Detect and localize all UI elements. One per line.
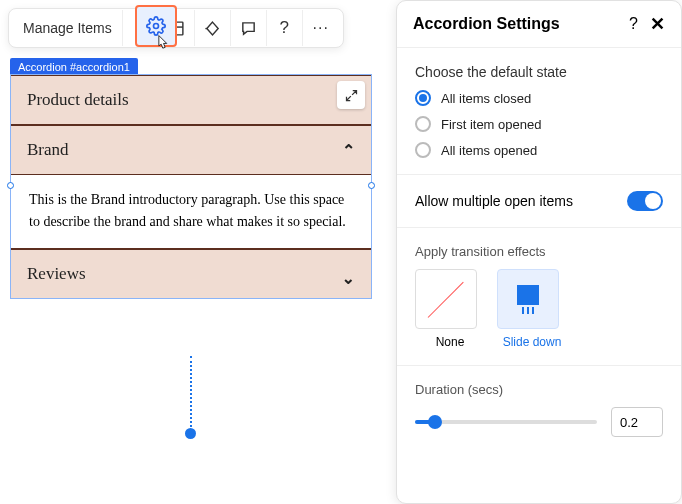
radio-icon: [415, 90, 431, 106]
settings-panel: Accordion Settings ? ✕ Choose the defaul…: [396, 0, 682, 504]
accordion-item-header[interactable]: Brand ⌃: [11, 125, 371, 175]
resize-handle-right[interactable]: [368, 182, 375, 189]
multi-open-label: Allow multiple open items: [415, 193, 573, 209]
radio-first-open[interactable]: First item opened: [415, 116, 663, 132]
radio-icon: [415, 142, 431, 158]
expand-icon: [344, 88, 359, 103]
duration-label: Duration (secs): [415, 382, 663, 397]
multi-open-toggle[interactable]: [627, 191, 663, 211]
chevron-up-icon: ⌃: [342, 141, 355, 160]
radio-label: All items closed: [441, 91, 531, 106]
default-state-label: Choose the default state: [415, 64, 663, 80]
radio-icon: [415, 116, 431, 132]
accordion-item-title: Reviews: [27, 264, 86, 284]
accordion-item-header[interactable]: Reviews ⌃: [11, 249, 371, 298]
expand-button[interactable]: [337, 81, 365, 109]
accordion-item-title: Product details: [27, 90, 129, 110]
panel-help-button[interactable]: ?: [629, 15, 638, 33]
panel-title: Accordion Settings: [413, 15, 560, 33]
radio-label: First item opened: [441, 117, 541, 132]
radio-label: All items opened: [441, 143, 537, 158]
chevron-down-icon: ⌃: [342, 268, 355, 287]
accordion-item-title: Brand: [27, 140, 69, 160]
effect-slide-down[interactable]: Slide down: [497, 269, 567, 349]
animation-button[interactable]: [195, 10, 231, 46]
gear-icon: [146, 16, 166, 36]
duration-slider[interactable]: [415, 420, 597, 424]
anchor-guide-line: [190, 356, 192, 431]
pointer-cursor-icon: [152, 34, 172, 56]
accordion-item-header[interactable]: Product details: [11, 75, 371, 125]
transition-label: Apply transition effects: [415, 244, 663, 259]
comment-button[interactable]: [231, 10, 267, 46]
panel-header: Accordion Settings ? ✕: [397, 1, 681, 48]
help-button[interactable]: ?: [267, 10, 303, 46]
close-button[interactable]: ✕: [650, 17, 665, 31]
none-icon: [426, 279, 466, 319]
svg-point-3: [205, 27, 207, 29]
effect-label: Slide down: [497, 335, 567, 349]
slider-knob[interactable]: [428, 415, 442, 429]
effect-none[interactable]: None: [415, 269, 485, 349]
svg-point-4: [154, 24, 159, 29]
radio-all-closed[interactable]: All items closed: [415, 90, 663, 106]
slide-down-icon: [517, 285, 539, 314]
radio-all-open[interactable]: All items opened: [415, 142, 663, 158]
effect-label: None: [415, 335, 485, 349]
manage-items-button[interactable]: Manage Items: [13, 10, 123, 46]
anchor-handle[interactable]: [185, 428, 196, 439]
duration-input[interactable]: [611, 407, 663, 437]
comment-icon: [240, 20, 257, 37]
accordion-item-body[interactable]: This is the Brand introductory paragraph…: [11, 175, 371, 249]
more-button[interactable]: ···: [303, 10, 339, 46]
diamond-icon: [204, 20, 221, 37]
accordion-preview[interactable]: Product details Brand ⌃ This is the Bran…: [10, 74, 372, 299]
